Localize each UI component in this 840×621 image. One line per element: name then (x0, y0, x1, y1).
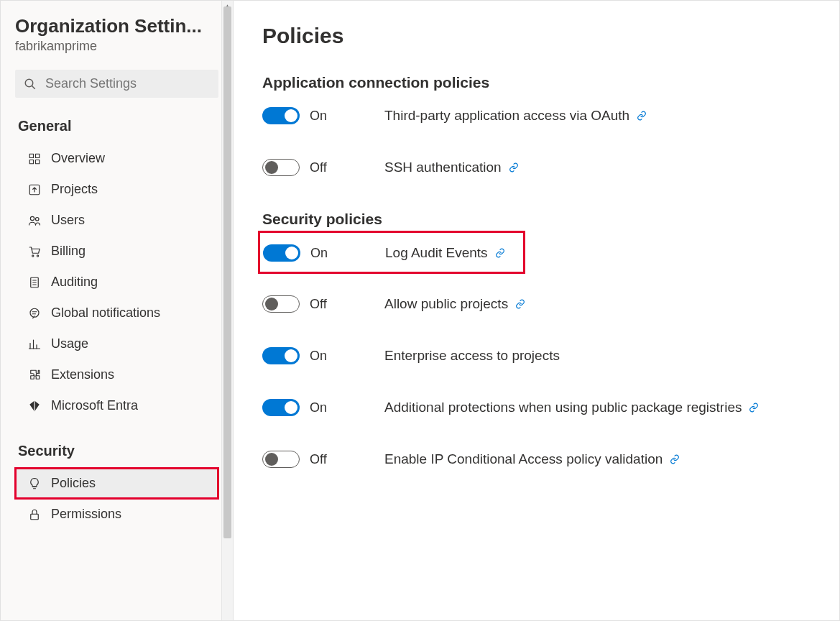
svg-rect-5 (36, 160, 40, 163)
sidebar-item-label: Usage (51, 336, 88, 351)
sidebar-item-auditing[interactable]: Auditing (15, 267, 218, 298)
sidebar-item-label: Permissions (51, 507, 121, 522)
highlighted-policy: On Log Audit Events (258, 231, 525, 274)
toggle-state-label: Off (310, 160, 327, 175)
link-icon[interactable] (637, 111, 647, 121)
sidebar-item-label: Users (51, 213, 85, 228)
puzzle-icon (28, 369, 41, 382)
sidebar-scrollbar[interactable]: ▲ (221, 1, 233, 620)
policy-label: Enterprise access to projects (384, 348, 560, 364)
sidebar-item-label: Global notifications (51, 305, 160, 321)
policy-label: Enable IP Conditional Access policy vali… (384, 451, 680, 467)
sidebar-section-header: General (15, 118, 218, 134)
document-icon (28, 276, 41, 289)
sidebar-item-label: Microsoft Entra (51, 398, 138, 413)
policy-row: Off Enable IP Conditional Access policy … (262, 451, 811, 468)
svg-rect-22 (31, 514, 39, 520)
sidebar-item-permissions[interactable]: Permissions (15, 499, 218, 530)
sidebar-item-billing[interactable]: Billing (15, 236, 218, 267)
sidebar-section-header: Security (15, 443, 218, 459)
sidebar-item-label: Extensions (51, 367, 114, 382)
sidebar-item-label: Policies (51, 476, 96, 491)
policy-row: On Additional protections when using pub… (262, 399, 811, 416)
search-settings[interactable] (15, 70, 218, 98)
toggle-state-label: On (310, 109, 327, 124)
toggle-state-label: On (310, 349, 327, 364)
main-content: Policies Application connection policies… (234, 1, 839, 620)
entra-icon (28, 400, 41, 413)
policy-label: Log Audit Events (385, 245, 505, 261)
policy-label: SSH authentication (384, 160, 519, 175)
sidebar: Organization Settin... fabrikamprime Gen… (1, 1, 234, 620)
people-icon (28, 214, 41, 227)
upload-icon (28, 183, 41, 196)
sidebar-item-users[interactable]: Users (15, 205, 218, 236)
sidebar-item-label: Auditing (51, 275, 98, 290)
sidebar-item-microsoft-entra[interactable]: Microsoft Entra (15, 390, 218, 421)
svg-rect-2 (29, 154, 33, 157)
svg-point-7 (30, 216, 34, 220)
link-icon[interactable] (495, 248, 505, 258)
sidebar-item-global-notifications[interactable]: Global notifications (15, 298, 218, 328)
svg-point-9 (32, 254, 34, 256)
svg-point-8 (36, 217, 40, 221)
sidebar-item-label: Billing (51, 244, 86, 259)
sidebar-item-overview[interactable]: Overview (15, 143, 218, 174)
toggle-state-label: Off (310, 297, 327, 312)
toggle-enable-ip-conditional-access-policy-validation[interactable] (262, 451, 300, 468)
svg-point-10 (37, 254, 38, 256)
policy-row: On Enterprise access to projects (262, 347, 811, 364)
link-icon[interactable] (515, 299, 525, 309)
search-icon (24, 78, 37, 91)
sidebar-item-extensions[interactable]: Extensions (15, 359, 218, 390)
sidebar-item-label: Projects (51, 182, 98, 197)
toggle-ssh-authentication[interactable] (262, 159, 300, 176)
page-title: Organization Settin... (15, 15, 218, 37)
policy-row: On Log Audit Events (263, 244, 505, 262)
toggle-enterprise-access-to-projects[interactable] (262, 347, 300, 364)
toggle-log-audit-events[interactable] (263, 244, 300, 262)
policy-row: On Third-party application access via OA… (262, 107, 811, 124)
sidebar-item-projects[interactable]: Projects (15, 174, 218, 205)
policy-section-title: Security policies (262, 211, 811, 228)
policy-section-title: Application connection policies (262, 74, 811, 91)
sidebar-item-usage[interactable]: Usage (15, 328, 218, 359)
toggle-third-party-application-access-via-oauth[interactable] (262, 107, 300, 124)
chat-icon (28, 307, 41, 320)
svg-line-1 (32, 86, 35, 89)
link-icon[interactable] (670, 454, 680, 464)
grid-icon (28, 152, 41, 165)
toggle-additional-protections-when-using-public-package-registries[interactable] (262, 399, 300, 416)
cart-icon (28, 245, 41, 258)
link-icon[interactable] (749, 402, 759, 413)
toggle-state-label: On (310, 246, 328, 261)
policy-label: Additional protections when using public… (384, 400, 759, 415)
policy-label: Third-party application access via OAuth (384, 108, 647, 124)
svg-point-0 (25, 79, 33, 87)
organization-name: fabrikamprime (15, 39, 218, 54)
link-icon[interactable] (509, 162, 519, 172)
policy-row: Off Allow public projects (262, 295, 811, 313)
bulb-icon (28, 477, 41, 490)
scrollbar-thumb[interactable] (223, 6, 231, 538)
svg-rect-3 (36, 154, 40, 157)
svg-rect-4 (29, 160, 33, 163)
sidebar-item-policies[interactable]: Policies (15, 468, 218, 499)
policy-row: Off SSH authentication (262, 159, 811, 176)
sidebar-item-label: Overview (51, 151, 105, 166)
toggle-state-label: Off (310, 452, 327, 467)
toggle-state-label: On (310, 400, 327, 415)
toggle-allow-public-projects[interactable] (262, 295, 300, 313)
policy-label: Allow public projects (384, 296, 525, 312)
lock-icon (28, 508, 41, 521)
chart-icon (28, 338, 41, 351)
main-title: Policies (262, 24, 811, 48)
search-input[interactable] (44, 75, 210, 92)
